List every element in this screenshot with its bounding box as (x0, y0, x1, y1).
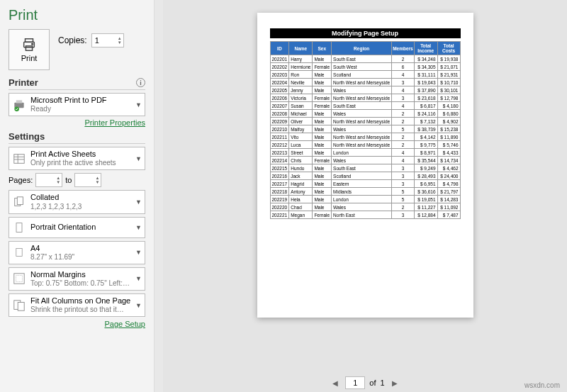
print-button[interactable]: Print (9, 29, 50, 70)
chevron-down-icon: ▼ (135, 275, 142, 282)
chevron-down-icon: ▼ (135, 224, 142, 231)
table-row: 202215HundoMaleSouth East3$ 9,249$ 4,462 (270, 164, 460, 172)
chevron-down-icon: ▼ (135, 155, 142, 162)
scaling-icon (12, 298, 26, 313)
copies-label: Copies: (58, 35, 87, 45)
page-total: 1 (381, 379, 385, 387)
table-row: 202213StreetMaleLondon4$ 8,971$ 4,433 (270, 149, 460, 157)
printer-properties-link[interactable]: Printer Properties (9, 118, 145, 127)
table-row: 202220ChadMaleWales2$ 11,227$ 11,092 (270, 203, 460, 211)
table-row: 202216JackMaleScotland3$ 28,493$ 24,400 (270, 172, 460, 180)
pages-from[interactable]: ▲▼ (35, 173, 62, 187)
paper-select[interactable]: A4 8.27" x 11.69" ▼ (9, 241, 145, 264)
chevron-down-icon: ▼ (135, 302, 142, 309)
table-row: 202203RonMaleScotland4$ 31,111$ 21,931 (270, 71, 460, 79)
preview-canvas: Modifying Page Setup IDNameSexRegionMemb… (163, 0, 567, 374)
chevron-down-icon: ▼ (135, 198, 142, 206)
svg-point-3 (32, 43, 33, 45)
sheet-title: Modifying Page Setup (270, 28, 461, 38)
preview-area: Modifying Page Setup IDNameSexRegionMemb… (163, 0, 567, 392)
printer-heading: Printer i (9, 77, 145, 90)
printer-device-icon (12, 98, 26, 112)
table-row: 202206VictoriaFemaleNorth West and Merse… (270, 94, 460, 102)
collate-icon (12, 195, 26, 209)
svg-rect-14 (16, 249, 22, 257)
table-row: 202214ChrisFemaleWales4$ 35,544$ 14,734 (270, 157, 460, 164)
settings-stack: Print Active Sheets Only print the activ… (9, 147, 145, 317)
table-row: 202217HagridMaleEastern3$ 6,951$ 4,798 (270, 180, 460, 188)
col-header: ID (270, 42, 289, 55)
orientation-select[interactable]: Portrait Orientation ▼ (9, 217, 145, 238)
table-row: 202210MalfoyMaleWales5$ 38,739$ 15,238 (270, 125, 460, 133)
col-header: Total Income (414, 42, 437, 55)
table-row: 202207SusanFemaleSouth East4$ 6,817$ 4,1… (270, 102, 460, 110)
col-header: Name (289, 42, 313, 55)
svg-rect-2 (26, 46, 32, 50)
data-table: IDNameSexRegionMembersTotal IncomeTotal … (270, 41, 461, 219)
col-header: Members (392, 42, 415, 55)
margins-select[interactable]: Normal Margins Top: 0.75" Bottom: 0.75" … (9, 267, 145, 291)
prev-page[interactable]: ◀ (330, 379, 341, 387)
table-row: 202211VitoMaleNorth West and Merseyside2… (270, 133, 460, 141)
printer-status: Ready (30, 105, 131, 113)
copies-spinner[interactable]: ▲▼ (91, 33, 124, 47)
printer-select[interactable]: Microsoft Print to PDF Ready ▼ (9, 93, 145, 116)
page-current[interactable] (345, 376, 365, 389)
printer-icon (21, 37, 37, 52)
table-row: 202201HarryMaleSouth East2$ 34,248$ 19,9… (270, 55, 460, 63)
col-header: Region (332, 42, 392, 55)
print-panel: Print Print Copies: ▲▼ Printer i Microso… (0, 0, 155, 392)
chevron-down-icon: ▼ (135, 101, 142, 108)
sheets-icon (12, 152, 26, 166)
col-header: Sex (313, 42, 332, 55)
paper-icon (12, 245, 26, 259)
settings-heading: Settings (9, 131, 145, 144)
table-row: 202218AntonyMaleMidlands5$ 36,616$ 21,79… (270, 188, 460, 196)
scaling-select[interactable]: Fit All Columns on One Page Shrink the p… (9, 293, 145, 317)
pages-to[interactable]: ▲▼ (74, 173, 101, 187)
table-row: 202208MichaelMaleWales2$ 24,116$ 6,880 (270, 110, 460, 118)
spinner-arrows[interactable]: ▲▼ (116, 36, 123, 45)
table-row: 202221MeganFemaleNorth East3$ 12,884$ 7,… (270, 211, 460, 219)
print-row: Print Copies: ▲▼ (9, 29, 145, 70)
table-row: 202202HermioneFemaleSouth West6$ 34,305$… (270, 63, 460, 71)
svg-rect-13 (16, 223, 22, 232)
orientation-icon (12, 220, 26, 235)
next-page[interactable]: ▶ (389, 379, 400, 387)
svg-rect-12 (17, 197, 23, 205)
table-row: 202212LucaMaleNorth West and Merseyside2… (270, 141, 460, 149)
page-setup-link[interactable]: Page Setup (9, 320, 145, 328)
printer-name: Microsoft Print to PDF (30, 96, 131, 105)
pages-range: Pages: ▲▼ to ▲▼ (9, 173, 145, 187)
table-row: 202219HelaMaleLondon5$ 19,051$ 14,283 (270, 196, 460, 203)
info-icon[interactable]: i (136, 78, 145, 87)
table-row: 202204NevilleMaleNorth West and Merseysi… (270, 79, 460, 86)
collate-select[interactable]: Collated 1,2,3 1,2,3 1,2,3 ▼ (9, 190, 145, 213)
svg-rect-18 (18, 302, 24, 310)
copies-group: Copies: ▲▼ (58, 33, 124, 47)
margins-icon (12, 271, 26, 286)
table-row: 202209OliverMaleNorth West and Merseysid… (270, 118, 460, 125)
print-scope-select[interactable]: Print Active Sheets Only print the activ… (9, 147, 145, 170)
table-row: 202205JennyMaleWales4$ 37,890$ 30,101 (270, 86, 460, 94)
col-header: Total Costs (437, 42, 460, 55)
preview-page: Modifying Page Setup IDNameSexRegionMemb… (257, 13, 473, 318)
chevron-down-icon: ▼ (135, 249, 142, 256)
svg-rect-5 (16, 100, 22, 103)
print-button-label: Print (21, 54, 38, 62)
copies-input[interactable] (92, 35, 116, 46)
svg-rect-15 (14, 274, 24, 284)
watermark: wsxdn.com (524, 381, 560, 389)
pager: ◀ of 1 ▶ (163, 374, 567, 392)
svg-rect-7 (14, 154, 24, 163)
page-title: Print (9, 7, 145, 23)
